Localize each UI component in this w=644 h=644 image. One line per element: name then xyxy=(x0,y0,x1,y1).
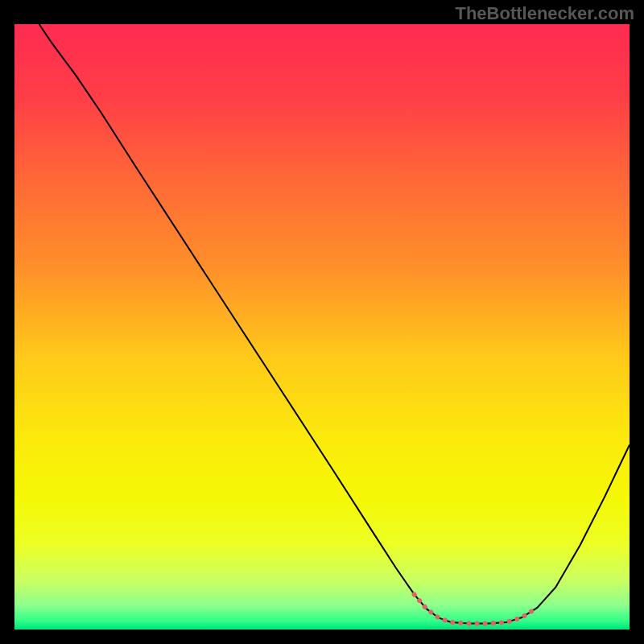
watermark-text: TheBottlenecker.com xyxy=(455,3,634,24)
bottleneck-chart xyxy=(14,24,630,630)
gradient-background xyxy=(14,24,630,630)
chart-container: { "watermark": "TheBottlenecker.com", "c… xyxy=(0,0,644,644)
